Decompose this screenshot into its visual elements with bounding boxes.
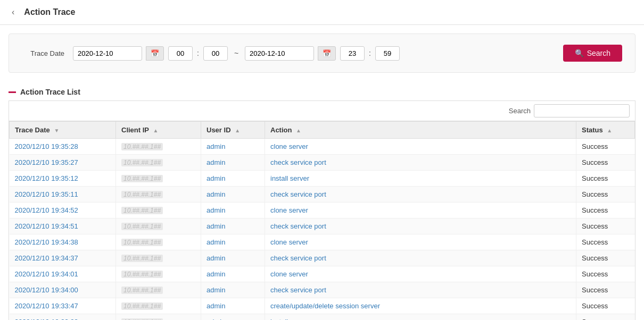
cell-status: Success (576, 139, 635, 155)
sort-icon-user: ▲ (235, 128, 240, 133)
cell-status: Success (576, 314, 635, 321)
table-row: 2020/12/10 19:33:4710.##.##.1##admincrea… (10, 298, 635, 314)
cell-user-id: admin (201, 234, 265, 250)
filter-section: Trace Date 📅 : ~ 📅 : 🔍 Search (9, 33, 635, 73)
cell-trace-date: 2020/12/10 19:33:33 (10, 314, 116, 321)
search-icon: 🔍 (575, 49, 584, 57)
cell-trace-date: 2020/12/10 19:34:52 (10, 203, 116, 218)
cell-client-ip: 10.##.##.1## (116, 203, 201, 218)
cell-status: Success (576, 250, 635, 266)
date-to-input[interactable] (245, 46, 314, 61)
table-row: 2020/12/10 19:34:3710.##.##.1##adminchec… (10, 250, 635, 266)
section-title: Action Trace List (20, 88, 80, 96)
sort-icon-date: ▼ (54, 128, 59, 133)
time-to-min[interactable] (375, 46, 400, 61)
sort-icon-ip: ▲ (153, 128, 158, 133)
cell-trace-date: 2020/12/10 19:33:47 (10, 298, 116, 314)
cell-trace-date: 2020/12/10 19:34:00 (10, 282, 116, 298)
search-button[interactable]: 🔍 Search (563, 45, 622, 62)
cell-user-id: admin (201, 314, 265, 321)
time-from-min[interactable] (203, 46, 228, 61)
cell-trace-date: 2020/12/10 19:35:27 (10, 155, 116, 171)
cell-user-id: admin (201, 298, 265, 314)
action-trace-table: Trace Date ▼ Client IP ▲ User ID ▲ Actio… (9, 121, 635, 320)
cell-user-id: admin (201, 218, 265, 234)
cell-client-ip: 10.##.##.1## (116, 187, 201, 203)
time-from-hour[interactable] (168, 46, 193, 61)
cell-trace-date: 2020/12/10 19:35:11 (10, 187, 116, 203)
time-colon-2: : (369, 49, 371, 57)
date-from-input[interactable] (73, 46, 142, 61)
cell-action: clone server (265, 234, 576, 250)
cell-trace-date: 2020/12/10 19:34:51 (10, 218, 116, 234)
filter-row: Trace Date 📅 : ~ 📅 : 🔍 Search (22, 45, 622, 62)
search-button-label: Search (587, 49, 610, 57)
cell-client-ip: 10.##.##.1## (116, 139, 201, 155)
cell-client-ip: 10.##.##.1## (116, 266, 201, 282)
red-bar-accent (9, 91, 16, 93)
col-header-status[interactable]: Status ▲ (576, 122, 635, 139)
cell-client-ip: 10.##.##.1## (116, 314, 201, 321)
time-to-hour[interactable] (340, 46, 365, 61)
cell-action: clone server (265, 266, 576, 282)
cell-trace-date: 2020/12/10 19:34:37 (10, 250, 116, 266)
col-header-client-ip[interactable]: Client IP ▲ (116, 122, 201, 139)
cell-user-id: admin (201, 282, 265, 298)
table-row: 2020/12/10 19:35:1110.##.##.1##adminchec… (10, 187, 635, 203)
cell-client-ip: 10.##.##.1## (116, 282, 201, 298)
calendar-to-button[interactable]: 📅 (318, 46, 336, 61)
table-section: Search Trace Date ▼ Client IP ▲ User ID … (9, 100, 635, 320)
cell-user-id: admin (201, 187, 265, 203)
back-button[interactable]: ‹ (9, 6, 18, 18)
table-row: 2020/12/10 19:34:0010.##.##.1##adminchec… (10, 282, 635, 298)
cell-status: Success (576, 282, 635, 298)
cell-trace-date: 2020/12/10 19:34:01 (10, 266, 116, 282)
cell-status: Success (576, 155, 635, 171)
cell-client-ip: 10.##.##.1## (116, 234, 201, 250)
cell-status: Success (576, 203, 635, 218)
cell-user-id: admin (201, 171, 265, 187)
table-row: 2020/12/10 19:33:3310.##.##.1##admininst… (10, 314, 635, 321)
table-row: 2020/12/10 19:35:2710.##.##.1##adminchec… (10, 155, 635, 171)
table-search-label: Search (509, 107, 531, 115)
cell-trace-date: 2020/12/10 19:35:12 (10, 171, 116, 187)
col-header-user-id[interactable]: User ID ▲ (201, 122, 265, 139)
table-row: 2020/12/10 19:35:1210.##.##.1##admininst… (10, 171, 635, 187)
time-colon-1: : (197, 49, 199, 57)
cell-user-id: admin (201, 139, 265, 155)
calendar-from-button[interactable]: 📅 (146, 46, 164, 61)
cell-action: check service port (265, 250, 576, 266)
table-search-row: Search (9, 101, 635, 121)
table-body: 2020/12/10 19:35:2810.##.##.1##adminclon… (10, 139, 635, 321)
table-row: 2020/12/10 19:34:5110.##.##.1##adminchec… (10, 218, 635, 234)
col-header-action[interactable]: Action ▲ (265, 122, 576, 139)
table-row: 2020/12/10 19:34:0110.##.##.1##adminclon… (10, 266, 635, 282)
cell-action: create/update/delete session server (265, 298, 576, 314)
trace-date-label: Trace Date (22, 49, 64, 57)
table-row: 2020/12/10 19:34:3810.##.##.1##adminclon… (10, 234, 635, 250)
cell-client-ip: 10.##.##.1## (116, 298, 201, 314)
table-row: 2020/12/10 19:35:2810.##.##.1##adminclon… (10, 139, 635, 155)
cell-user-id: admin (201, 155, 265, 171)
cell-user-id: admin (201, 203, 265, 218)
cell-status: Success (576, 218, 635, 234)
cell-action: check service port (265, 218, 576, 234)
col-header-trace-date[interactable]: Trace Date ▼ (10, 122, 116, 139)
cell-action: clone server (265, 203, 576, 218)
cell-client-ip: 10.##.##.1## (116, 250, 201, 266)
sort-icon-status: ▲ (607, 128, 612, 133)
cell-status: Success (576, 187, 635, 203)
cell-status: Success (576, 234, 635, 250)
cell-client-ip: 10.##.##.1## (116, 218, 201, 234)
cell-action: install server (265, 314, 576, 321)
cell-status: Success (576, 266, 635, 282)
table-row: 2020/12/10 19:34:5210.##.##.1##adminclon… (10, 203, 635, 218)
table-search-input[interactable] (534, 104, 630, 117)
cell-status: Success (576, 298, 635, 314)
cell-trace-date: 2020/12/10 19:34:38 (10, 234, 116, 250)
page-title: Action Trace (24, 7, 75, 17)
cell-action: clone server (265, 139, 576, 155)
cell-action: check service port (265, 187, 576, 203)
range-separator: ~ (232, 49, 241, 57)
cell-user-id: admin (201, 266, 265, 282)
